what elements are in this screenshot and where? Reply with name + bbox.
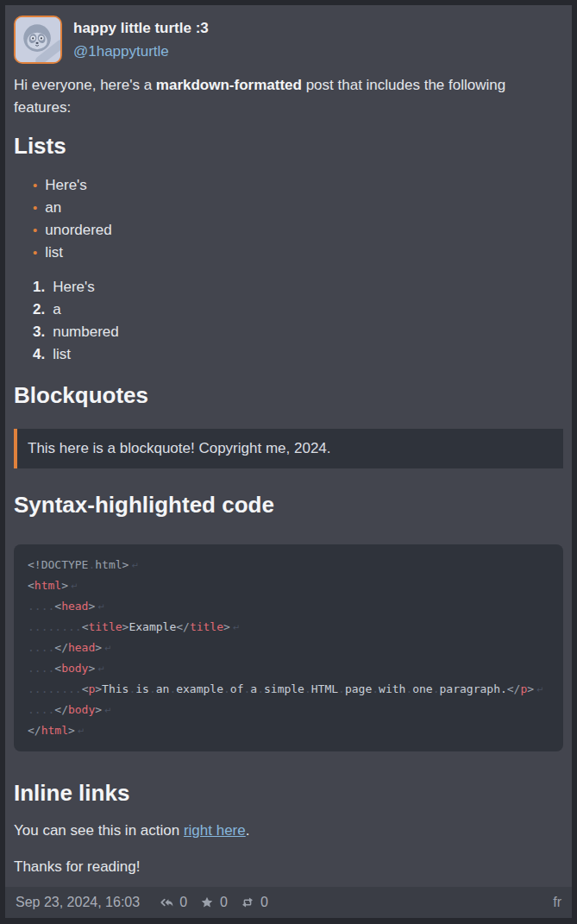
list-item-text: list xyxy=(53,343,71,366)
code-line: ....<body>↵ xyxy=(28,658,549,679)
end-of-line-icon: ↵ xyxy=(233,623,240,632)
code-line: <html>↵ xyxy=(28,575,549,596)
list-item-text: an xyxy=(45,197,61,219)
code-line: ....</head>↵ xyxy=(28,638,549,658)
code-line: ........<title>Example</title>↵ xyxy=(28,617,549,638)
avatar[interactable] xyxy=(14,16,62,64)
code-line: <!DOCTYPE.html>↵ xyxy=(28,555,549,575)
end-of-line-icon: ↵ xyxy=(131,561,138,570)
reply-count: 0 xyxy=(179,895,187,910)
intro-paragraph: Hi everyone, here's a markdown-formatted… xyxy=(14,74,563,119)
link-paragraph: You can see this in action right here. xyxy=(14,820,563,842)
link-text-post: . xyxy=(246,822,250,839)
code-line: ....</body>↵ xyxy=(28,700,549,720)
heading-inline-links: Inline links xyxy=(14,778,563,808)
list-number: 1. xyxy=(33,276,45,299)
language-tag: fr xyxy=(553,895,561,910)
list-item: 2.a xyxy=(33,299,563,321)
list-item: •unordered xyxy=(33,219,563,242)
unordered-list: •Here's•an•unordered•list xyxy=(14,174,563,264)
heading-code: Syntax-highlighted code xyxy=(14,490,563,519)
list-item-text: numbered xyxy=(53,321,119,343)
end-of-line-icon: ↵ xyxy=(536,685,543,695)
intro-text-pre: Hi everyone, here's a xyxy=(14,77,156,93)
inline-link[interactable]: right here xyxy=(184,822,246,839)
post-frame: happy little turtle :3 @1happyturtle Hi … xyxy=(0,0,577,924)
list-item: 1.Here's xyxy=(33,276,563,299)
list-item-text: list xyxy=(45,242,63,264)
boost-icon xyxy=(240,895,255,910)
author-display-name[interactable]: happy little turtle :3 xyxy=(73,20,209,37)
post-content: happy little turtle :3 @1happyturtle Hi … xyxy=(5,5,572,887)
star-icon xyxy=(199,895,215,910)
post-footer: Sep 23, 2024, 16:03 0 0 0 xyxy=(5,887,572,918)
end-of-line-icon: ↵ xyxy=(78,726,85,736)
bullet-icon: • xyxy=(33,219,37,242)
list-item-text: a xyxy=(53,299,60,321)
list-item: •Here's xyxy=(33,174,563,197)
code-line: </html>↵ xyxy=(28,720,549,741)
heading-blockquotes: Blockquotes xyxy=(14,380,563,410)
timestamp[interactable]: Sep 23, 2024, 16:03 xyxy=(16,895,140,910)
code-block: <!DOCTYPE.html>↵<html>↵....<head>↵......… xyxy=(14,544,563,751)
intro-text-bold: markdown-formatted xyxy=(156,77,302,93)
code-line: ....<head>↵ xyxy=(28,596,549,617)
author-handle[interactable]: @1happyturtle xyxy=(73,43,209,60)
favourite-button[interactable]: 0 xyxy=(199,895,228,910)
list-number: 3. xyxy=(33,321,45,343)
code-line: ........<p>This.is.an.example.of.a.simpl… xyxy=(28,679,549,700)
bullet-icon: • xyxy=(33,174,37,197)
bullet-icon: • xyxy=(33,242,37,264)
end-of-line-icon: ↵ xyxy=(104,644,111,653)
list-item: 4.list xyxy=(33,343,563,366)
boost-button[interactable]: 0 xyxy=(240,895,268,910)
end-of-line-icon: ↵ xyxy=(71,581,78,591)
post-card: happy little turtle :3 @1happyturtle Hi … xyxy=(5,5,572,918)
list-item-text: Here's xyxy=(53,276,95,299)
ordered-list: 1.Here's2.a3.numbered4.list xyxy=(14,276,563,366)
list-item: 3.numbered xyxy=(33,321,563,343)
author-block: happy little turtle :3 @1happyturtle xyxy=(73,20,209,60)
link-text-pre: You can see this in action xyxy=(14,822,184,839)
heading-lists: Lists xyxy=(14,131,563,160)
end-of-line-icon: ↵ xyxy=(104,706,111,715)
boost-count: 0 xyxy=(260,895,268,910)
end-of-line-icon: ↵ xyxy=(97,602,104,612)
blockquote: This here is a blockquote! Copyright me,… xyxy=(14,429,563,468)
reply-icon xyxy=(159,895,174,910)
post-header: happy little turtle :3 @1happyturtle xyxy=(14,16,563,64)
list-item-text: unordered xyxy=(45,219,112,242)
favourite-count: 0 xyxy=(220,895,228,910)
bullet-icon: • xyxy=(33,197,37,219)
list-item: •an xyxy=(33,197,563,219)
list-item: •list xyxy=(33,242,563,264)
reply-button[interactable]: 0 xyxy=(159,895,187,910)
list-number: 4. xyxy=(33,343,45,366)
blockquote-text: This here is a blockquote! Copyright me,… xyxy=(28,440,331,456)
end-of-line-icon: ↵ xyxy=(97,664,104,674)
outro-paragraph: Thanks for reading! xyxy=(14,856,563,878)
sloth-avatar-image xyxy=(16,17,60,62)
list-item-text: Here's xyxy=(45,174,87,197)
list-number: 2. xyxy=(33,299,45,321)
